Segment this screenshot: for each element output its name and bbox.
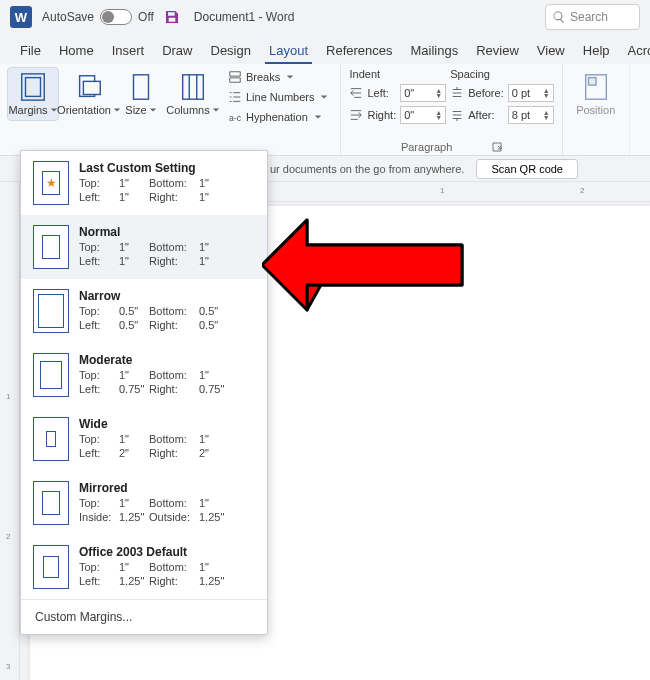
columns-icon [178,72,208,102]
svg-rect-1 [26,78,41,97]
margin-thumb-icon [33,289,69,333]
indent-left-icon [349,86,363,100]
tab-home[interactable]: Home [59,39,94,64]
tab-view[interactable]: View [537,39,565,64]
toggle-icon[interactable] [100,9,132,25]
size-icon [126,72,156,102]
margin-thumb-icon [33,481,69,525]
margins-button[interactable]: Margins [8,68,58,120]
space-after-icon [450,108,464,122]
margin-option-wide[interactable]: WideTop:1"Bottom:1"Left:2"Right:2" [21,407,267,471]
space-after-input[interactable]: 8 pt▲▼ [508,106,554,124]
svg-rect-5 [183,75,204,99]
scan-qr-button[interactable]: Scan QR code [476,159,578,179]
orientation-icon [74,72,104,102]
margin-thumb-icon [33,225,69,269]
svg-rect-4 [134,75,149,99]
tab-help[interactable]: Help [583,39,610,64]
breaks-icon [228,70,242,84]
margin-thumb-icon [33,353,69,397]
autosave-toggle[interactable]: AutoSave Off [42,9,154,25]
space-before-icon [450,86,464,100]
indent-right-input[interactable]: 0"▲▼ [400,106,446,124]
tab-draw[interactable]: Draw [162,39,192,64]
space-before-input[interactable]: 0 pt▲▼ [508,84,554,102]
line-numbers-icon [228,90,242,104]
title-bar: W AutoSave Off Document1 - Word Search [0,0,650,34]
search-input[interactable]: Search [545,4,640,30]
tab-acrobat[interactable]: Acro [628,39,650,64]
margin-option-moderate[interactable]: ModerateTop:1"Bottom:1"Left:0.75"Right:0… [21,343,267,407]
tab-file[interactable]: File [20,39,41,64]
info-message: ur documents on the go from anywhere. [270,163,464,175]
orientation-button[interactable]: Orientation [64,68,114,120]
margin-option-mirrored[interactable]: MirroredTop:1"Bottom:1"Inside:1.25"Outsi… [21,471,267,535]
paragraph-group-label: Paragraph [401,141,452,153]
search-placeholder: Search [570,10,608,24]
position-icon [581,72,611,102]
tab-review[interactable]: Review [476,39,519,64]
search-icon [552,10,566,24]
svg-rect-10 [588,78,596,86]
margin-option-office-2003-default[interactable]: Office 2003 DefaultTop:1"Bottom:1"Left:1… [21,535,267,599]
autosave-label: AutoSave [42,10,94,24]
ribbon: Margins Orientation Size Columns Breaks … [0,64,650,156]
vertical-ruler[interactable]: 1 2 3 [0,182,20,680]
tab-insert[interactable]: Insert [112,39,145,64]
document-title: Document1 - Word [194,10,294,24]
line-numbers-button[interactable]: Line Numbers [224,88,332,106]
save-icon[interactable] [164,9,180,25]
group-page-setup: Margins Orientation Size Columns Breaks … [0,64,341,155]
group-paragraph: Indent Spacing Left: 0"▲▼ Before: 0 pt▲▼… [341,64,562,155]
breaks-button[interactable]: Breaks [224,68,332,86]
position-button: Position [571,68,621,120]
indent-right-icon [349,108,363,122]
custom-margins-button[interactable]: Custom Margins... [21,599,267,634]
hyphenation-icon: a-c [228,110,242,124]
margin-thumb-icon [33,545,69,589]
margin-option-normal[interactable]: NormalTop:1"Bottom:1"Left:1"Right:1" [21,215,267,279]
tab-references[interactable]: References [326,39,392,64]
margin-thumb-icon [33,417,69,461]
size-button[interactable]: Size [120,68,162,120]
columns-button[interactable]: Columns [168,68,218,120]
ribbon-tabs: File Home Insert Draw Design Layout Refe… [0,34,650,64]
svg-text:a-c: a-c [229,113,242,123]
margins-icon [18,72,48,102]
tab-layout[interactable]: Layout [269,39,308,64]
autosave-state: Off [138,10,154,24]
tab-mailings[interactable]: Mailings [411,39,459,64]
hyphenation-button[interactable]: a-cHyphenation [224,108,332,126]
dialog-launcher-icon[interactable] [492,142,502,152]
margin-option-narrow[interactable]: NarrowTop:0.5"Bottom:0.5"Left:0.5"Right:… [21,279,267,343]
indent-left-input[interactable]: 0"▲▼ [400,84,446,102]
margin-thumb-icon: ★ [33,161,69,205]
margins-dropdown: ★Last Custom SettingTop:1"Bottom:1"Left:… [20,150,268,635]
tab-design[interactable]: Design [211,39,251,64]
group-arrange: Position [563,64,630,155]
svg-rect-3 [83,81,100,94]
word-logo-icon: W [10,6,32,28]
margin-option-last-custom-setting[interactable]: ★Last Custom SettingTop:1"Bottom:1"Left:… [21,151,267,215]
